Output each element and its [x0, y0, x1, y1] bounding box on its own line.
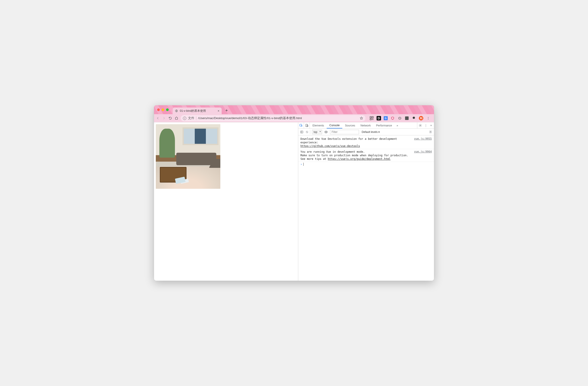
close-window-button[interactable] — [157, 108, 160, 111]
extension-icons: D G 到 ⋮ — [368, 116, 432, 120]
console-sidebar-toggle-icon[interactable] — [300, 130, 304, 134]
svg-rect-10 — [306, 124, 308, 127]
execution-context-select[interactable]: top — [312, 130, 322, 134]
tab-console[interactable]: Console — [327, 122, 342, 129]
new-tab-button[interactable] — [223, 107, 230, 113]
console-filter-input[interactable] — [330, 130, 359, 134]
separator — [196, 116, 196, 120]
google-translate-icon[interactable]: G — [384, 116, 388, 120]
svg-rect-4 — [372, 119, 373, 119]
svg-rect-5 — [373, 119, 373, 119]
console-prompt[interactable]: › — [298, 162, 434, 167]
forward-button[interactable] — [162, 116, 166, 120]
tab-sources[interactable]: Sources — [342, 122, 358, 129]
devtools-settings-icon[interactable] — [417, 122, 423, 129]
url-bar: i 文件 /Users/mac/Desktop/vue/demo01/03-动态… — [154, 114, 434, 122]
svg-rect-2 — [372, 117, 374, 118]
globe-icon — [175, 109, 178, 112]
svg-point-16 — [430, 131, 431, 132]
log-source-link[interactable]: vue.js:9055 — [414, 137, 432, 148]
live-expression-icon[interactable] — [324, 130, 328, 134]
svg-rect-3 — [370, 119, 371, 120]
reload-button[interactable] — [168, 116, 172, 120]
console-output: Download the Vue Devtools extension for … — [298, 135, 434, 281]
console-toolbar: top Default levels ▾ — [298, 129, 434, 135]
prompt-caret-icon: › — [300, 163, 302, 166]
console-log-row: Download the Vue Devtools extension for … — [298, 136, 434, 149]
profile-avatar[interactable]: 到 — [419, 116, 423, 120]
console-settings-icon[interactable] — [428, 130, 433, 134]
tab-performance[interactable]: Performance — [374, 122, 395, 129]
devtools-tabs: Elements Console Sources Network Perform… — [298, 122, 434, 129]
devtools-menu-icon[interactable]: ⋮ — [423, 122, 428, 129]
console-log-row: You are running Vue in development mode.… — [298, 149, 434, 162]
maximize-window-button[interactable] — [166, 108, 169, 111]
home-button[interactable] — [174, 116, 178, 120]
extension-vd-icon[interactable]: D — [377, 116, 381, 120]
svg-rect-7 — [373, 119, 373, 120]
browser-window: 01-v-bind的基本使用 × i 文件 /Users/mac/Desktop… — [154, 105, 434, 281]
window-controls — [157, 108, 169, 111]
url-path: /Users/mac/Desktop/vue/demo01/03-动态绑定属性/… — [198, 116, 302, 120]
site-info-icon[interactable]: i — [183, 117, 186, 120]
history-icon[interactable] — [398, 116, 402, 120]
text-cursor — [303, 163, 304, 166]
browser-tab[interactable]: 01-v-bind的基本使用 × — [173, 107, 222, 114]
svg-rect-6 — [372, 119, 373, 120]
content-area: Elements Console Sources Network Perform… — [154, 122, 434, 281]
svg-rect-1 — [370, 117, 371, 118]
page-viewport — [154, 122, 298, 281]
svg-point-12 — [420, 125, 421, 126]
clear-console-icon[interactable] — [306, 130, 310, 134]
log-link[interactable]: https://vuejs.org/guide/deployment.html — [328, 157, 391, 160]
log-text: Download the Vue Devtools extension for … — [300, 137, 399, 144]
bookmark-star-icon[interactable] — [360, 116, 363, 120]
extension-square-icon[interactable] — [405, 116, 409, 120]
device-toolbar-icon[interactable] — [304, 122, 310, 129]
more-tabs-icon[interactable]: » — [395, 122, 400, 129]
address-bar[interactable]: i 文件 /Users/mac/Desktop/vue/demo01/03-动态… — [181, 115, 365, 121]
product-image — [156, 124, 220, 189]
log-link[interactable]: https://github.com/vuejs/vue-devtools — [300, 145, 360, 148]
devtools-panel: Elements Console Sources Network Perform… — [298, 122, 434, 281]
browser-menu-icon[interactable]: ⋮ — [426, 116, 430, 120]
extensions-puzzle-icon[interactable] — [412, 116, 416, 120]
tab-network[interactable]: Network — [358, 122, 374, 129]
tab-title: 01-v-bind的基本使用 — [180, 109, 206, 113]
svg-point-15 — [326, 131, 327, 132]
context-select[interactable]: top — [312, 130, 322, 134]
tab-elements[interactable]: Elements — [310, 122, 327, 129]
url-scheme-label: 文件 — [188, 116, 194, 120]
qr-code-icon[interactable] — [369, 116, 374, 120]
back-button[interactable] — [156, 116, 160, 120]
shield-icon[interactable] — [390, 116, 395, 120]
tab-bar: 01-v-bind的基本使用 × — [154, 105, 434, 114]
devtools-close-icon[interactable]: × — [428, 122, 434, 129]
close-tab-icon[interactable]: × — [218, 109, 219, 113]
log-levels-dropdown[interactable]: Default levels ▾ — [362, 130, 380, 133]
minimize-window-button[interactable] — [162, 108, 164, 111]
inspect-element-icon[interactable] — [298, 122, 304, 129]
log-source-link[interactable]: vue.js:9064 — [414, 150, 432, 161]
